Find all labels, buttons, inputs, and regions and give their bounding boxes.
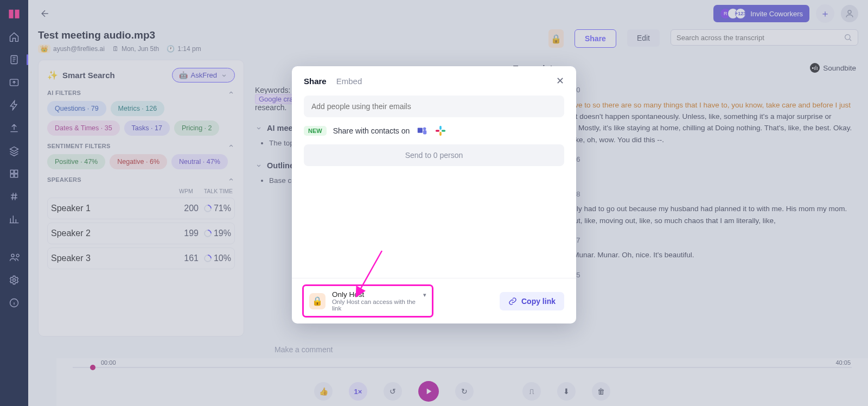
tab-embed[interactable]: Embed: [336, 77, 362, 86]
new-badge: NEW: [304, 126, 327, 136]
copy-link-button[interactable]: Copy link: [500, 292, 564, 310]
close-modal-button[interactable]: ✕: [556, 75, 564, 87]
slack-icon[interactable]: [435, 125, 446, 137]
share-modal: Share Embed ✕ NEW Share with contacts on…: [292, 66, 576, 323]
visibility-subtitle: Only Host can access with the link: [332, 299, 426, 312]
chevron-down-icon: ▾: [423, 291, 426, 299]
svg-rect-16: [439, 132, 442, 136]
share-contacts-label: Share with contacts on: [333, 126, 410, 135]
share-email-input[interactable]: [304, 96, 564, 117]
visibility-title: Only Host: [332, 290, 426, 299]
svg-rect-13: [423, 130, 426, 134]
svg-rect-11: [418, 128, 423, 133]
send-button[interactable]: Send to 0 person: [304, 144, 564, 166]
svg-rect-15: [442, 130, 445, 132]
teams-icon[interactable]: [416, 125, 428, 137]
svg-rect-17: [436, 130, 439, 132]
svg-rect-14: [439, 126, 442, 130]
lock-icon: 🔒: [309, 293, 326, 309]
visibility-dropdown[interactable]: 🔒 Only Host Only Host can access with th…: [304, 286, 432, 316]
svg-point-12: [423, 128, 426, 131]
tab-share[interactable]: Share: [304, 77, 327, 86]
